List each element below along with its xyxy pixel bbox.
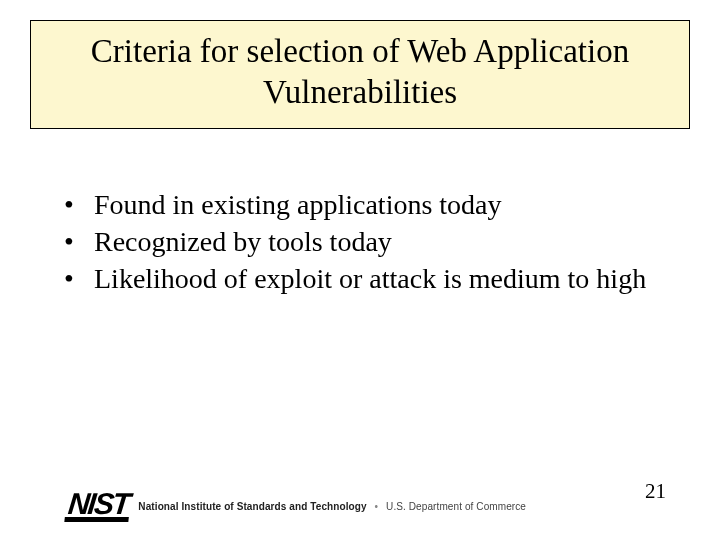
slide-title: Criteria for selection of Web Applicatio…: [30, 20, 690, 129]
footer-text: National Institute of Standards and Tech…: [138, 501, 526, 512]
page-number: 21: [645, 479, 666, 504]
footer: NIST National Institute of Standards and…: [66, 490, 526, 522]
list-item: Found in existing applications today: [62, 187, 658, 222]
bullet-list: Found in existing applications today Rec…: [62, 187, 658, 296]
list-item: Likelihood of exploit or attack is mediu…: [62, 261, 658, 296]
nist-logo: NIST: [64, 490, 132, 522]
list-item: Recognized by tools today: [62, 224, 658, 259]
separator-dot: •: [375, 501, 379, 512]
dept-name: U.S. Department of Commerce: [386, 501, 526, 512]
org-name: National Institute of Standards and Tech…: [138, 501, 366, 512]
